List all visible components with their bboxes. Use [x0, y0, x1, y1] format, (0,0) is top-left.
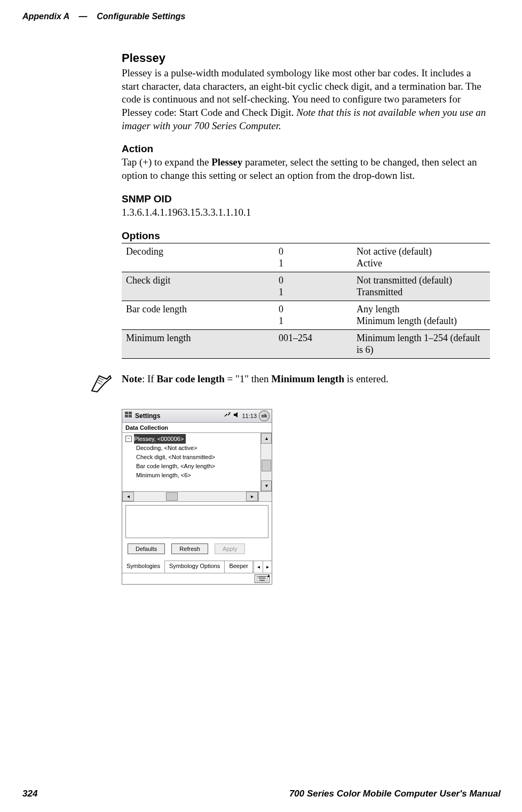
option-name: Check digit — [122, 272, 274, 301]
heading-plessey: Plessey — [122, 51, 490, 65]
note-c: is entered. — [344, 373, 389, 384]
tree-item-plessey[interactable]: Plessey, <000006> — [134, 434, 186, 444]
ok-button[interactable]: ok — [259, 411, 270, 421]
option-values: 0 1 — [274, 272, 352, 301]
chevron-up-icon: ▴ — [267, 573, 270, 578]
defaults-button[interactable]: Defaults — [128, 543, 165, 554]
note-text: Note: If Bar code length = "1" then Mini… — [122, 373, 389, 386]
tab-symbology-options[interactable]: Symbology Options — [165, 561, 225, 573]
options-table: Decoding 0 1 Not active (default) Active… — [122, 243, 490, 359]
clock-time: 11:13 — [242, 413, 257, 419]
option-desc: Not active (default) Active — [352, 243, 490, 272]
table-row: Check digit 0 1 Not transmitted (default… — [122, 272, 490, 301]
tree-item-checkdigit[interactable]: Check digit, <Not transmitted> — [136, 453, 257, 462]
option-name: Bar code length — [122, 301, 274, 329]
option-name: Decoding — [122, 243, 274, 272]
heading-snmp: SNMP OID — [122, 193, 490, 205]
device-screenshot: Settings 11:13 ok Data Collection − Ples… — [122, 409, 272, 585]
window-title: Settings — [135, 412, 222, 420]
table-row: Minimum length 001–254 Minimum length 1–… — [122, 329, 490, 358]
refresh-button[interactable]: Refresh — [171, 543, 208, 554]
action-body: Tap (+) to expand the Plessey parameter,… — [122, 156, 490, 182]
option-desc: Any length Minimum length (default) — [352, 301, 490, 329]
scroll-thumb-h[interactable] — [166, 492, 178, 501]
action-body-a: Tap (+) to expand the — [122, 156, 211, 168]
note-b: = "1" then — [225, 373, 271, 384]
option-name: Minimum length — [122, 329, 274, 358]
table-row: Bar code length 0 1 Any length Minimum l… — [122, 301, 490, 329]
tab-strip: Symbologies Symbology Options Beeper ◂ ▸ — [122, 561, 272, 573]
note-bold1: Bar code length — [156, 373, 224, 384]
page-footer: 324 700 Series Color Mobile Computer Use… — [22, 789, 501, 799]
app-title: Data Collection — [122, 423, 272, 433]
option-values: 0 1 — [274, 301, 352, 329]
apply-button: Apply — [215, 543, 246, 554]
scroll-right-icon[interactable]: ▸ — [246, 492, 258, 501]
titlebar: Settings 11:13 ok — [122, 409, 272, 423]
keyboard-icon[interactable]: ▴ — [255, 574, 270, 583]
page-header: Appendix A — Configurable Settings — [22, 12, 503, 21]
option-values: 0 1 — [274, 243, 352, 272]
tree-collapse-icon[interactable]: − — [125, 436, 132, 442]
detail-panel — [125, 505, 268, 538]
tab-scroll-left-icon[interactable]: ◂ — [254, 561, 263, 573]
page-number: 324 — [22, 789, 37, 799]
tree-view[interactable]: − Plessey, <000006> Decoding, <Not activ… — [122, 433, 272, 492]
note-icon — [90, 373, 114, 396]
option-desc: Minimum length 1–254 (default is 6) — [352, 329, 490, 358]
horizontal-scrollbar[interactable]: ◂ ▸ — [122, 492, 272, 502]
note-prefix: Note — [122, 373, 142, 384]
tree-item-minlength[interactable]: Minimum length, <6> — [136, 471, 257, 480]
scroll-left-icon[interactable]: ◂ — [122, 492, 134, 501]
tree-item-barcodelength[interactable]: Bar code length, <Any length> — [136, 462, 257, 471]
svg-rect-2 — [125, 415, 128, 417]
svg-rect-0 — [125, 412, 128, 414]
svg-rect-3 — [129, 415, 132, 417]
tab-beeper[interactable]: Beeper — [225, 561, 252, 573]
table-row: Decoding 0 1 Not active (default) Active — [122, 243, 490, 272]
tab-scroll-right-icon[interactable]: ▸ — [263, 561, 272, 573]
vertical-scrollbar[interactable]: ▴ ▾ — [260, 433, 272, 491]
header-separator: — — [72, 12, 94, 21]
option-desc: Not transmitted (default) Transmitted — [352, 272, 490, 301]
connectivity-icon[interactable] — [224, 411, 231, 420]
scroll-down-icon[interactable]: ▾ — [261, 480, 272, 491]
option-values: 001–254 — [274, 329, 352, 358]
note-bold2: Minimum length — [271, 373, 344, 384]
scroll-corner — [258, 492, 272, 501]
heading-options: Options — [122, 230, 490, 242]
tab-symbologies[interactable]: Symbologies — [122, 561, 165, 573]
header-title: Configurable Settings — [97, 12, 185, 21]
scroll-thumb[interactable] — [262, 460, 271, 471]
footer-title: 700 Series Color Mobile Computer User's … — [289, 789, 501, 799]
action-body-bold: Plessey — [211, 156, 242, 168]
start-icon[interactable] — [124, 411, 133, 421]
speaker-icon[interactable] — [233, 412, 240, 420]
header-chapter: Appendix A — [22, 12, 69, 21]
tree-item-decoding[interactable]: Decoding, <Not active> — [136, 444, 257, 453]
snmp-oid-value: 1.3.6.1.4.1.1963.15.3.3.1.1.10.1 — [122, 206, 490, 219]
note-a: : If — [142, 373, 156, 384]
scroll-up-icon[interactable]: ▴ — [261, 433, 272, 444]
heading-action: Action — [122, 143, 490, 155]
svg-rect-1 — [129, 412, 132, 414]
plessey-body: Plessey is a pulse-width modulated symbo… — [122, 67, 490, 132]
